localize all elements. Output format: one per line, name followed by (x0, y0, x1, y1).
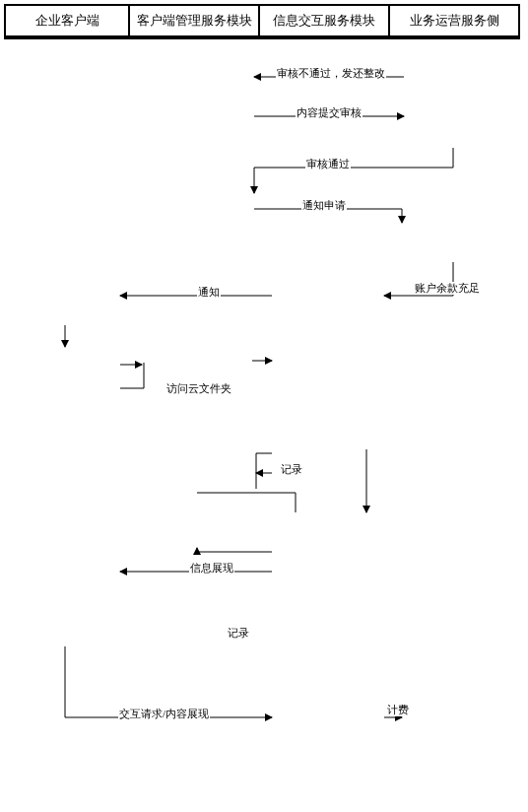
lane-header-3: 信息交互服务模块 (260, 6, 388, 37)
lane-header-1: 企业客户端 (6, 6, 128, 37)
swimlane-diagram: 企业客户端 企业手机用户获知企业客户端有最新内容发布 查看 手机用户点击某个企业… (4, 4, 520, 39)
lane-header-4: 业务运营服务侧 (390, 6, 518, 37)
lane-header-2: 客户端管理服务模块 (130, 6, 258, 37)
